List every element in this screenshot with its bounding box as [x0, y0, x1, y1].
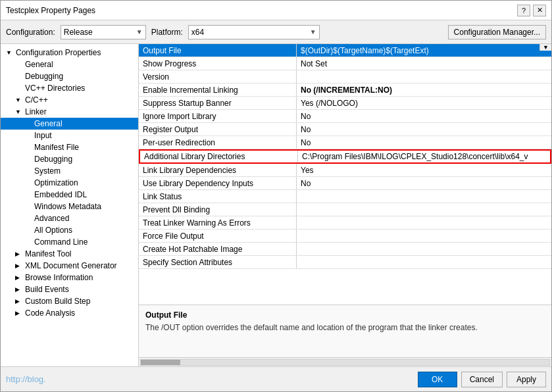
tree-item-label: C/C++: [25, 95, 48, 105]
prop-value: [297, 230, 551, 242]
prop-value: Yes: [297, 164, 551, 176]
platform-select[interactable]: x64 ▼: [188, 25, 320, 39]
prop-dropdown-icon[interactable]: ▼: [539, 44, 551, 51]
tree-item-linker-input[interactable]: Input: [1, 130, 138, 141]
tree-item-label: Linker: [25, 107, 47, 116]
tree-item-xml-doc[interactable]: ▶XML Document Generator: [1, 260, 138, 272]
tree-item-label: All Options: [34, 226, 72, 235]
cancel-button[interactable]: Cancel: [461, 372, 503, 387]
prop-row[interactable]: Output File$(OutDir)$(TargetName)$(Targe…: [139, 44, 551, 57]
prop-name: Prevent Dll Binding: [139, 203, 297, 216]
tree-item-linker-cmdline[interactable]: Command Line: [1, 236, 138, 248]
prop-name: Link Library Dependencies: [139, 164, 297, 176]
tree-item-linker-system[interactable]: System: [1, 165, 138, 177]
close-button[interactable]: ✕: [533, 5, 546, 16]
scroll-thumb[interactable]: [141, 360, 180, 365]
tree-item-label: Configuration Properties: [16, 48, 101, 57]
prop-row[interactable]: Show ProgressNot Set: [139, 57, 551, 70]
prop-name: Output File: [139, 44, 297, 57]
tree-item-cpp[interactable]: ▼C/C++: [1, 94, 138, 106]
tree-item-manifest-tool[interactable]: ▶Manifest Tool: [1, 248, 138, 260]
tree-arrow-icon: ▶: [15, 286, 23, 293]
tree-item-label: Command Line: [34, 237, 88, 247]
tree-item-label: Build Events: [25, 285, 69, 294]
prop-name: Additional Library Directories: [140, 151, 298, 162]
tree-item-linker-allopts[interactable]: All Options: [1, 224, 138, 236]
prop-value: Yes (/NOLOGO): [297, 97, 551, 109]
tree-item-browse-info[interactable]: ▶Browse Information: [1, 272, 138, 283]
title-bar: Testcplex Property Pages ? ✕: [1, 1, 551, 20]
prop-row[interactable]: Enable Incremental LinkingNo (/INCREMENT…: [139, 84, 551, 97]
info-title: Output File: [145, 310, 545, 320]
prop-row[interactable]: Register OutputNo: [139, 123, 551, 136]
prop-name: Show Progress: [139, 57, 297, 70]
tree-item-linker-wm[interactable]: Windows Metadata: [1, 201, 138, 212]
prop-row[interactable]: Prevent Dll Binding: [139, 203, 551, 216]
tree-item-linker-eidl[interactable]: Embedded IDL: [1, 189, 138, 201]
prop-row[interactable]: Link Status: [139, 190, 551, 203]
prop-name: Suppress Startup Banner: [139, 97, 297, 109]
tree-item-linker[interactable]: ▼Linker: [1, 106, 138, 118]
prop-row[interactable]: Force File Output: [139, 230, 551, 243]
tree-item-label: Code Analysis: [25, 308, 75, 318]
tree-item-label: VC++ Directories: [25, 84, 85, 93]
prop-row[interactable]: Per-user RedirectionNo: [139, 136, 551, 149]
prop-value: No: [297, 123, 551, 135]
tree-arrow-icon: ▶: [15, 274, 23, 281]
bottom-bar: http://blog. OK Cancel Apply: [1, 366, 551, 391]
prop-row[interactable]: Specify Section Attributes: [139, 256, 551, 269]
prop-name: Ignore Import Library: [139, 110, 297, 122]
scroll-track: [140, 359, 550, 366]
configuration-select[interactable]: Release ▼: [61, 25, 146, 39]
prop-row[interactable]: Version: [139, 70, 551, 84]
prop-row[interactable]: Use Library Dependency InputsNo: [139, 177, 551, 190]
prop-value: [297, 256, 551, 268]
prop-row[interactable]: Treat Linker Warning As Errors: [139, 216, 551, 230]
tree-item-code-analysis[interactable]: ▶Code Analysis: [1, 307, 138, 319]
prop-name: Enable Incremental Linking: [139, 84, 297, 96]
prop-value: Not Set: [297, 57, 551, 70]
tree-item-label: Advanced: [34, 214, 69, 223]
prop-row[interactable]: Additional Library DirectoriesC:\Program…: [139, 149, 551, 164]
tree-item-linker-general[interactable]: General: [1, 118, 138, 130]
tree-item-general[interactable]: General: [1, 59, 138, 70]
config-label: Configuration:: [6, 28, 55, 37]
tree-item-vc-dirs[interactable]: VC++ Directories: [1, 82, 138, 94]
tree-arrow-icon: ▼: [15, 109, 23, 115]
tree-item-label: System: [34, 166, 61, 176]
prop-row[interactable]: Link Library DependenciesYes: [139, 164, 551, 177]
prop-name: Register Output: [139, 123, 297, 135]
platform-label: Platform:: [151, 28, 183, 37]
help-button[interactable]: ?: [517, 5, 530, 16]
tree-item-label: Embedded IDL: [34, 190, 87, 199]
tree-item-label: General: [34, 119, 63, 128]
prop-value: No (/INCREMENTAL:NO): [297, 84, 551, 96]
prop-name: Specify Section Attributes: [139, 256, 297, 268]
prop-row[interactable]: Create Hot Patchable Image: [139, 243, 551, 256]
prop-row[interactable]: Ignore Import LibraryNo: [139, 110, 551, 123]
tree-item-linker-debug[interactable]: Debugging: [1, 153, 138, 165]
ok-button[interactable]: OK: [418, 372, 457, 387]
left-tree-panel: ▼Configuration PropertiesGeneralDebuggin…: [1, 44, 139, 366]
prop-name: Link Status: [139, 190, 297, 203]
tree-arrow-icon: ▶: [15, 251, 23, 257]
horizontal-scrollbar[interactable]: [139, 357, 551, 366]
config-manager-button[interactable]: Configuration Manager...: [448, 25, 546, 39]
prop-name: Use Library Dependency Inputs: [139, 177, 297, 189]
tree-item-custom-build[interactable]: ▶Custom Build Step: [1, 295, 138, 307]
right-panel: Output File$(OutDir)$(TargetName)$(Targe…: [139, 44, 551, 366]
tree-item-linker-manifest[interactable]: Manifest File: [1, 141, 138, 153]
main-window: Testcplex Property Pages ? ✕ Configurati…: [0, 0, 552, 392]
tree-item-linker-opt[interactable]: Optimization: [1, 177, 138, 189]
prop-value: [297, 70, 551, 83]
tree-item-build-events[interactable]: ▶Build Events: [1, 283, 138, 295]
apply-button[interactable]: Apply: [507, 372, 546, 387]
tree-item-debugging[interactable]: Debugging: [1, 70, 138, 82]
prop-value: [297, 243, 551, 255]
tree-item-config-props[interactable]: ▼Configuration Properties: [1, 47, 138, 59]
tree-arrow-icon: ▶: [15, 262, 23, 269]
prop-value: [297, 203, 551, 216]
platform-arrow-icon: ▼: [310, 28, 316, 36]
tree-item-linker-adv[interactable]: Advanced: [1, 212, 138, 224]
prop-row[interactable]: Suppress Startup BannerYes (/NOLOGO): [139, 97, 551, 110]
